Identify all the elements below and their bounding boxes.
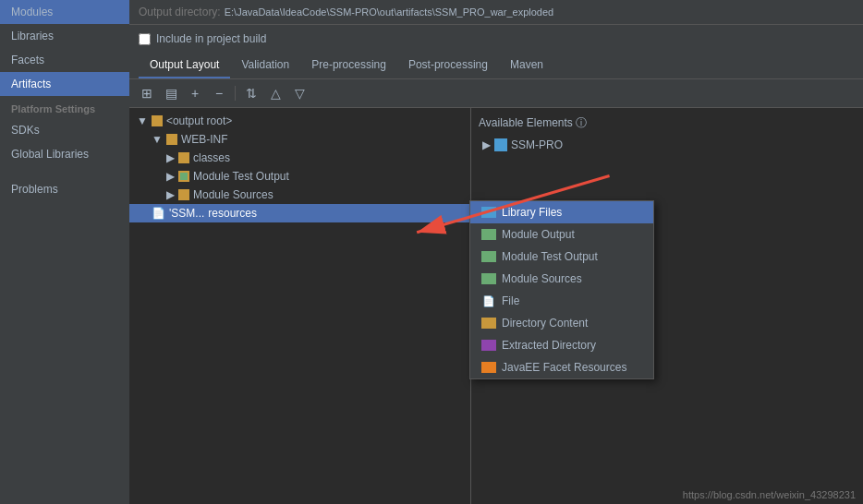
tree-label-module-sources: Module Sources	[193, 188, 273, 201]
toolbar: ⊞ ▤ + − ⇅ △ ▽	[129, 79, 863, 108]
tree-label-module-test-output: Module Test Output	[193, 170, 289, 183]
sidebar-item-problems[interactable]: Problems	[0, 177, 129, 201]
toolbar-separator	[235, 86, 236, 101]
tree-item-module-test-output[interactable]: ▶ Module Test Output	[129, 167, 470, 186]
content-area: ▼ <output root> ▼ WEB-INF ▶ classes ▶	[129, 108, 863, 504]
tree-label-output-root: <output root>	[166, 114, 232, 127]
module-sources-icon	[481, 273, 496, 284]
sidebar-item-sdks[interactable]: SDKs	[0, 118, 129, 142]
dropdown-label-module-sources: Module Sources	[502, 272, 582, 285]
right-tree-item-ssm-pro[interactable]: ▶ SSM-PRO	[479, 137, 856, 153]
include-project-build-row: Include in project build	[129, 25, 863, 53]
up-button[interactable]: △	[265, 83, 286, 103]
dropdown-item-module-sources[interactable]: Module Sources	[470, 268, 653, 290]
directory-content-icon	[481, 318, 496, 329]
folder-icon: ▼	[137, 114, 148, 127]
tree-item-output-root[interactable]: ▼ <output root>	[129, 112, 470, 130]
output-dir-label: Output directory:	[139, 6, 221, 18]
tree-item-classes[interactable]: ▶ classes	[129, 149, 470, 167]
include-project-build-label: Include in project build	[156, 32, 266, 45]
tab-pre-processing[interactable]: Pre-processing	[300, 53, 397, 78]
dropdown-menu: Library Files Module Output Module Test …	[469, 200, 654, 379]
tab-post-processing[interactable]: Post-processing	[397, 53, 499, 78]
module-test-expand-icon: ▶	[166, 170, 175, 183]
tab-validation[interactable]: Validation	[230, 53, 300, 78]
dropdown-label-extracted-directory: Extracted Directory	[502, 339, 596, 352]
dropdown-item-directory-content[interactable]: Directory Content	[470, 312, 653, 334]
module-output-icon	[481, 229, 496, 240]
dropdown-label-file: File	[502, 294, 519, 307]
layout-button[interactable]: ▤	[161, 83, 181, 103]
folder-collapsed-icon: ▶	[166, 151, 175, 164]
sidebar-item-artifacts[interactable]: Artifacts	[0, 72, 129, 96]
tab-maven[interactable]: Maven	[499, 53, 554, 78]
tree-label-ssm: 'SSM...	[169, 207, 204, 220]
extracted-directory-icon	[481, 340, 496, 351]
dropdown-item-javaee-facet[interactable]: JavaEE Facet Resources	[470, 356, 653, 378]
dropdown-item-extracted-directory[interactable]: Extracted Directory	[470, 334, 653, 356]
sidebar-item-global-libraries[interactable]: Global Libraries	[0, 142, 129, 166]
tree-label-classes: classes	[193, 151, 230, 164]
folder-color-icon	[152, 115, 163, 126]
output-directory-bar: Output directory: E:\JavaData\IdeaCode\S…	[129, 0, 863, 25]
output-dir-path: E:\JavaData\IdeaCode\SSM-PRO\out\artifac…	[225, 6, 553, 18]
tree-item-module-sources[interactable]: ▶ Module Sources	[129, 186, 470, 204]
folder-icon-webinf	[166, 134, 177, 145]
folder-icon-classes	[178, 152, 189, 163]
add-folder-button[interactable]: ⊞	[137, 83, 157, 103]
remove-button[interactable]: −	[209, 83, 229, 103]
sidebar: Modules Libraries Facets Artifacts Platf…	[0, 0, 129, 504]
right-tree-arrow: ▶	[482, 138, 491, 151]
sidebar-item-facets[interactable]: Facets	[0, 48, 129, 72]
dropdown-item-library-files[interactable]: Library Files	[470, 201, 653, 223]
file-icon: 📄	[481, 295, 496, 307]
sidebar-item-libraries[interactable]: Libraries	[0, 24, 129, 48]
available-elements-header: Available Elements ⓘ	[479, 115, 856, 131]
include-project-build-checkbox[interactable]	[139, 33, 151, 45]
dropdown-label-library-files: Library Files	[502, 206, 562, 219]
tree-label-webinf: WEB-INF	[181, 133, 228, 146]
tabs-row: Output Layout Validation Pre-processing …	[129, 53, 863, 79]
tree-item-ssm[interactable]: 📄 'SSM... resources	[129, 204, 470, 222]
left-panel: ▼ <output root> ▼ WEB-INF ▶ classes ▶	[129, 108, 471, 504]
tree-label-resources: resources	[208, 207, 257, 220]
tab-output-layout[interactable]: Output Layout	[139, 53, 230, 78]
dropdown-label-module-test-output: Module Test Output	[502, 250, 598, 263]
module-sources-expand-icon: ▶	[166, 188, 175, 201]
right-tree-label-ssm-pro: SSM-PRO	[511, 138, 563, 151]
add-button[interactable]: +	[185, 83, 205, 103]
platform-settings-header: Platform Settings	[0, 96, 129, 118]
folder-icon-sources	[178, 189, 189, 200]
tree-item-webinf[interactable]: ▼ WEB-INF	[129, 130, 470, 149]
javaee-facet-icon	[481, 362, 496, 373]
library-files-icon	[481, 207, 496, 218]
folder-expand-icon: ▼	[152, 133, 163, 146]
dropdown-item-file[interactable]: 📄 File	[470, 290, 653, 312]
right-tree-icon	[494, 138, 507, 151]
dropdown-item-module-output[interactable]: Module Output	[470, 223, 653, 246]
footer-url: https://blog.csdn.net/weixin_43298231	[683, 489, 856, 500]
module-icon-test	[180, 173, 188, 180]
dropdown-label-module-output: Module Output	[502, 228, 575, 241]
dropdown-label-javaee-facet: JavaEE Facet Resources	[502, 361, 626, 374]
module-test-output-icon	[481, 251, 496, 262]
ssm-icon: 📄	[152, 207, 165, 220]
dropdown-item-module-test-output[interactable]: Module Test Output	[470, 246, 653, 268]
down-button[interactable]: ▽	[289, 83, 310, 103]
dropdown-label-directory-content: Directory Content	[502, 317, 588, 330]
main-content: Output directory: E:\JavaData\IdeaCode\S…	[129, 0, 863, 504]
sidebar-item-modules[interactable]: Modules	[0, 0, 129, 24]
sort-button[interactable]: ⇅	[241, 83, 261, 103]
